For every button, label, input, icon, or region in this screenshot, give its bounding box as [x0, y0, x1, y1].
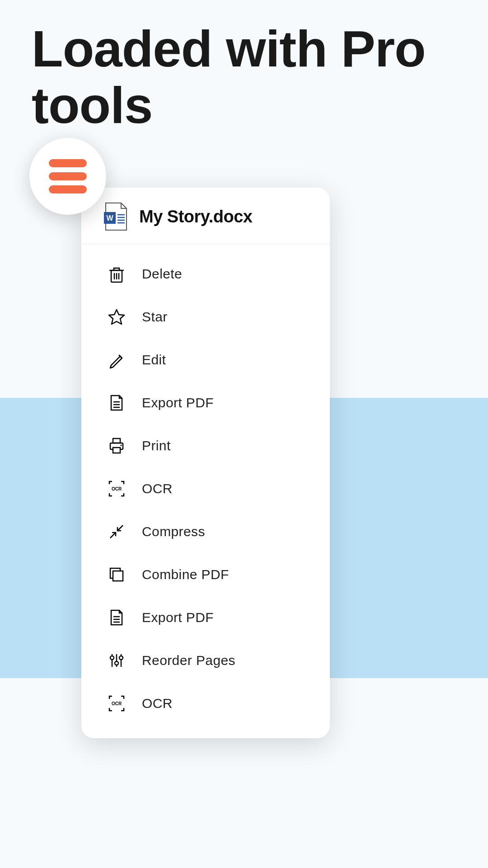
action-print[interactable]: Print: [81, 424, 330, 467]
ocr-icon: [108, 480, 126, 498]
action-export-pdf[interactable]: Export PDF: [81, 596, 330, 639]
hamburger-icon: [49, 159, 87, 167]
action-ocr[interactable]: OCR: [81, 682, 330, 725]
menu-button[interactable]: [29, 138, 106, 215]
edit-icon: [108, 351, 126, 369]
action-compress[interactable]: Compress: [81, 510, 330, 553]
trash-icon: [108, 265, 126, 283]
action-label: Reorder Pages: [142, 653, 235, 668]
file-title: My Story.docx: [139, 207, 252, 226]
action-label: Delete: [142, 266, 182, 282]
print-icon: [108, 437, 126, 455]
action-export-pdf[interactable]: Export PDF: [81, 381, 330, 424]
reorder-icon: [108, 651, 126, 670]
page-title: Loaded with Pro tools: [32, 20, 488, 134]
action-combine-pdf[interactable]: Combine PDF: [81, 553, 330, 596]
word-doc-icon: W: [104, 202, 127, 231]
export-pdf-icon: [108, 394, 126, 412]
action-reorder-pages[interactable]: Reorder Pages: [81, 639, 330, 682]
action-label: Print: [142, 438, 171, 453]
action-label: Edit: [142, 352, 166, 368]
action-label: Export PDF: [142, 395, 214, 410]
actions-list: DeleteStarEditExport PDFPrintOCRCompress…: [81, 244, 330, 738]
action-label: Star: [142, 309, 168, 325]
action-delete[interactable]: Delete: [81, 252, 330, 295]
export-pdf-icon: [108, 609, 126, 627]
action-label: Combine PDF: [142, 567, 229, 582]
actions-panel: W My Story.docx DeleteStarEditExport PDF…: [81, 188, 330, 738]
action-edit[interactable]: Edit: [81, 338, 330, 381]
action-ocr[interactable]: OCR: [81, 467, 330, 510]
action-label: Compress: [142, 524, 205, 539]
ocr-icon: [108, 694, 126, 712]
action-label: OCR: [142, 696, 173, 711]
action-label: Export PDF: [142, 610, 214, 625]
svg-text:W: W: [106, 214, 113, 222]
panel-header: W My Story.docx: [81, 188, 330, 244]
star-icon: [108, 308, 126, 326]
action-label: OCR: [142, 481, 173, 496]
combine-icon: [108, 566, 126, 584]
compress-icon: [108, 523, 126, 541]
action-star[interactable]: Star: [81, 295, 330, 338]
